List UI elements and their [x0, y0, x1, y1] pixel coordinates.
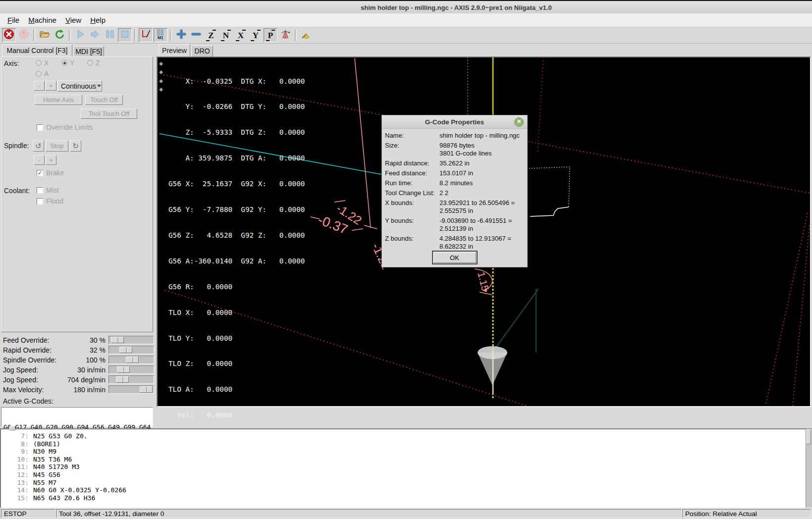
dimension-line	[355, 58, 371, 228]
home-axis-button[interactable]: Home Axis	[35, 95, 82, 105]
gcode-line[interactable]: 14:N60 G0 X-0.0325 Y-0.0266	[5, 486, 812, 494]
close-icon[interactable]: ✕	[514, 117, 524, 127]
path-segment-dashed	[529, 167, 570, 207]
tab-mdi[interactable]: MDI [F5]	[73, 46, 104, 56]
spindle-plus-button[interactable]: +	[46, 155, 56, 165]
homed-icon: ⌖	[159, 86, 163, 94]
tab-dro[interactable]: DRO	[191, 46, 213, 56]
rapid-override-slider[interactable]	[108, 346, 154, 354]
top-view-button[interactable]: Z	[204, 28, 218, 42]
feed-override-slider[interactable]	[108, 336, 154, 344]
touch-off-button[interactable]: Touch Off	[85, 95, 123, 105]
max-velocity-row: Max Velocity: 180 in/min	[0, 385, 155, 394]
dialog-row: Tool Change List:2 2	[385, 189, 527, 197]
override-limits-checkbox[interactable]: Override Limits	[37, 123, 93, 131]
front-view-button[interactable]: Y	[249, 28, 263, 42]
axis-radio-x[interactable]: X	[36, 59, 49, 67]
estop-button[interactable]	[2, 28, 16, 42]
rotate-view-button[interactable]	[278, 28, 292, 42]
clear-plot-button[interactable]	[299, 28, 313, 42]
dro-readout: X: -0.0325 DTG X: 0.0000 Y: -0.0266 DTG …	[168, 60, 305, 437]
rotated-top-view-button[interactable]: N	[219, 28, 233, 42]
gcode-line[interactable]: 10:N35 T36 M6	[5, 456, 812, 464]
toolbar-separator	[134, 29, 136, 41]
coolant-label: Coolant:	[4, 187, 30, 195]
dialog-titlebar[interactable]: G-Code Properties ✕	[382, 115, 527, 129]
estop-icon	[3, 29, 14, 42]
open-file-button[interactable]	[38, 28, 52, 42]
slider-handle[interactable]	[119, 347, 132, 353]
spindle-minus-button[interactable]: -	[34, 155, 45, 165]
slider-handle[interactable]	[126, 357, 139, 363]
ok-button-ring: OK	[432, 251, 478, 264]
tab-manual-control[interactable]: Manual Control [F3]	[2, 45, 72, 56]
slider-handle[interactable]	[117, 366, 130, 373]
slider-handle[interactable]	[116, 376, 129, 383]
gcode-line[interactable]: 15:N65 G43 Z0.6 H36	[5, 494, 812, 502]
menu-view[interactable]: View	[61, 14, 86, 26]
gcode-line[interactable]: 8:(BORE1)	[5, 440, 812, 448]
ok-button[interactable]: OK	[433, 252, 476, 263]
menu-help[interactable]: Help	[86, 14, 110, 26]
dro-line: G56 A:-360.0140 G92 A: 0.0000	[168, 257, 305, 265]
gcode-line[interactable]: 12:N45 G56	[5, 471, 812, 479]
pause-button[interactable]	[103, 28, 117, 42]
axis-radio-z[interactable]: Z	[87, 59, 100, 67]
gcode-line[interactable]: 11:N40 S1720 M3	[5, 463, 812, 471]
side-view-x-icon: X	[238, 31, 244, 40]
zoom-in-button[interactable]	[174, 28, 188, 42]
reload-icon	[54, 29, 65, 42]
jog-mode-select[interactable]: Continuous	[57, 80, 102, 92]
tool-cone	[478, 346, 507, 400]
titlebar[interactable]: shim holder top - milling.ngc - AXIS 2.9…	[0, 0, 812, 14]
axis-radio-y[interactable]: Y	[61, 59, 74, 67]
run-step-button[interactable]	[88, 28, 102, 42]
dro-line: G56 X: 25.1637 G92 X: 0.0000	[168, 180, 305, 188]
optional-pause-toggle[interactable]: M1	[154, 28, 167, 42]
scrollbar-thumb[interactable]	[806, 429, 811, 444]
jog-speed-value: 30 in/min	[77, 366, 106, 374]
jog-speed-angular-value: 704 deg/min	[67, 376, 106, 384]
dro-line: TLO X: 0.0000	[168, 309, 305, 317]
spindle-cw-icon: ↻	[72, 142, 79, 151]
spindle-override-slider[interactable]	[108, 356, 154, 364]
gcode-line[interactable]: 7:N25 G53 G0 Z0.	[5, 432, 812, 440]
gcode-line[interactable]: 13:N55 M7	[5, 479, 812, 487]
jog-minus-button[interactable]: -	[34, 81, 45, 91]
jog-speed-angular-slider[interactable]	[108, 375, 154, 384]
stop-icon	[119, 29, 130, 42]
dro-line: A: 359.9875 DTG A: 0.0000	[168, 154, 305, 162]
max-velocity-label: Max Velocity:	[3, 386, 44, 394]
brake-checkbox[interactable]: ✓Brake	[37, 169, 64, 177]
gcode-listing[interactable]: 7:N25 G53 G0 Z0. 8:(BORE1) 9:N30 M9 10:N…	[0, 428, 812, 508]
jog-speed-angular-label: Jog Speed:	[3, 376, 38, 384]
pane-sash-grip[interactable]	[9, 426, 15, 430]
stop-button[interactable]	[118, 28, 132, 42]
spindle-cw-button[interactable]: ↻	[70, 140, 81, 152]
side-view-button[interactable]: X	[234, 28, 248, 42]
axis-radio-a[interactable]: A	[36, 70, 49, 78]
spindle-label: Spindle:	[4, 142, 29, 150]
spindle-stop-button[interactable]: Stop	[46, 140, 68, 152]
jog-speed-slider[interactable]	[108, 365, 154, 374]
gcode-line[interactable]: 9:N30 M9	[5, 448, 812, 456]
rotated-view-n-icon: N	[223, 31, 229, 40]
menu-file[interactable]: File	[3, 14, 24, 26]
dialog-row: X bounds:23.952921 to 26.505496 =2.55257…	[385, 199, 527, 215]
reload-button[interactable]	[53, 28, 66, 42]
tool-touch-off-button[interactable]: Tool Touch Off	[81, 108, 137, 119]
max-velocity-slider[interactable]	[108, 385, 154, 394]
mist-checkbox[interactable]: Mist	[37, 186, 59, 194]
machine-power-button[interactable]	[17, 28, 31, 42]
flood-checkbox[interactable]: Flood	[37, 197, 63, 205]
slider-handle[interactable]	[111, 337, 124, 343]
tab-preview[interactable]: Preview	[159, 44, 190, 56]
run-button[interactable]	[73, 28, 87, 42]
zoom-out-button[interactable]	[189, 28, 203, 42]
menu-machine[interactable]: Machine	[24, 14, 61, 26]
spindle-ccw-button[interactable]: ↺	[33, 140, 44, 152]
slider-handle[interactable]	[140, 386, 153, 393]
jog-plus-button[interactable]: +	[46, 81, 56, 91]
perspective-view-button[interactable]: P	[264, 28, 277, 42]
skip-lines-toggle[interactable]: /	[139, 28, 153, 42]
